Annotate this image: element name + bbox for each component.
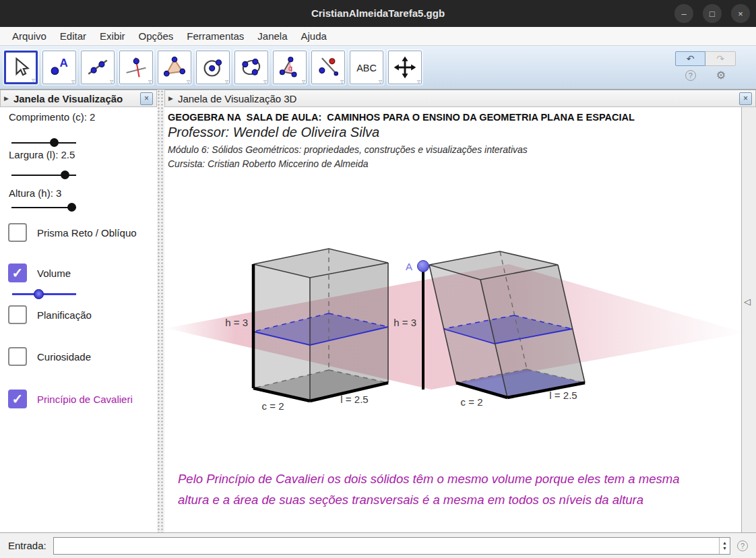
slider-label-comprimento: Comprimento (c): 2 [9,111,95,123]
spinner-down-icon[interactable]: ▼ [722,546,727,551]
menu-editar[interactable]: Editar [53,28,93,44]
tool-dropdown-icon[interactable]: ▿ [417,78,420,85]
spinner-up-icon[interactable]: ▲ [722,540,727,546]
tool-dropdown-icon[interactable]: ▿ [32,76,35,84]
slider-knob[interactable] [61,170,69,179]
move-view-icon [393,56,416,79]
view3d-panel: ▶ Janela de Visualização 3D × [164,90,756,532]
circle-tool-button[interactable]: ▿ [196,51,230,84]
move-cursor-icon [9,56,32,79]
left-panel: ▶ Janela de Visualização × Comprimento (… [0,90,157,532]
help-icon[interactable]: ? [685,70,696,81]
label-left-l: l = 2.5 [340,394,368,405]
angle-icon: α [278,56,301,79]
slider-knob[interactable] [50,138,59,147]
move-tool-button[interactable]: ▿ [4,51,38,84]
right-prism [253,249,388,401]
tool-dropdown-icon[interactable]: ▿ [263,78,267,85]
maximize-button[interactable]: □ [703,4,722,23]
volume-slider[interactable] [12,289,76,299]
checkbox-box-checked[interactable]: ✓ [8,390,27,408]
menu-ajuda[interactable]: Ajuda [294,28,334,44]
window-title: CristianAlmeidaTarefa5.ggb [0,0,756,27]
menu-janela[interactable]: Janela [251,28,294,44]
largura-slider[interactable] [11,170,76,179]
line-icon [86,56,109,79]
heading-modulo: Módulo 6: Sólidos Geométricos: proprieda… [168,144,635,155]
angle-tool-button[interactable]: α ▿ [273,51,307,84]
left-panel-title: Janela de Visualização [13,93,135,104]
checkbox-curiosidade[interactable]: Curiosidade [8,347,91,366]
close-button[interactable]: × [731,4,750,23]
view3d-title: Janela de Visualização 3D [178,93,734,104]
checkbox-label: Prisma Reto / Oblíquo [37,227,137,239]
point-a[interactable] [418,261,429,272]
checkbox-prisma[interactable]: Prisma Reto / Oblíquo [8,223,137,242]
gear-icon[interactable]: ⚙ [716,69,726,82]
checkbox-cavalieri[interactable]: ✓ Princípio de Cavalieri [8,390,133,408]
text-tool-button[interactable]: ABC ▿ [350,51,383,84]
reflect-tool-button[interactable]: ▿ [311,51,345,84]
line-tool-button[interactable]: ▿ [81,51,115,84]
checkbox-box[interactable] [8,347,27,366]
toolbar: ▿ A ▿ ▿ [0,46,756,90]
menu-ferramentas[interactable]: Ferramentas [180,28,251,44]
svg-text:α: α [288,65,292,72]
altura-slider[interactable] [11,203,76,212]
panel-expander-icon[interactable]: ◁ [744,297,751,307]
perpendicular-line-tool-button[interactable]: ▿ [119,51,153,84]
slider-track [11,207,76,209]
app-window: CristianAlmeidaTarefa5.ggb – □ × Arquivo… [0,0,756,558]
view3d-canvas[interactable]: h = 3 c = 2 l = 2.5 h = 3 c = 2 l = 2.5 … [164,107,741,532]
tool-dropdown-icon[interactable]: ▿ [379,78,382,85]
checkbox-label: Planificação [37,309,92,321]
slider-knob[interactable] [34,289,44,299]
checkbox-label: Volume [37,268,71,279]
redo-button[interactable]: ↷ [705,51,736,66]
checkbox-box[interactable] [8,305,27,324]
comprimento-slider[interactable] [11,138,76,147]
label-left-height: h = 3 [225,317,248,328]
toolbar-mini-icons: ? ⚙ [675,69,736,82]
checkbox-label: Princípio de Cavalieri [37,394,133,405]
reflect-icon [317,56,340,79]
left-panel-close-icon[interactable]: × [140,92,153,105]
perpendicular-line-icon [125,56,148,79]
input-spinner[interactable]: ▲ ▼ [719,538,730,554]
menu-exibir[interactable]: Exibir [93,28,132,44]
collapse-arrow-icon[interactable]: ▶ [168,95,173,102]
point-tool-button[interactable]: A ▿ [42,51,76,84]
main-content: ▶ Janela de Visualização × Comprimento (… [0,90,756,532]
tool-dropdown-icon[interactable]: ▿ [187,78,190,85]
checkbox-volume[interactable]: ✓ Volume [8,264,71,282]
checkbox-box[interactable] [8,223,27,242]
tool-dropdown-icon[interactable]: ▿ [225,78,228,85]
slider-track [12,293,76,295]
checkbox-planificacao[interactable]: Planificação [8,305,92,324]
tool-dropdown-icon[interactable]: ▿ [340,78,344,85]
minimize-button[interactable]: – [674,4,693,23]
tool-dropdown-icon[interactable]: ▿ [110,78,113,85]
menu-opcoes[interactable]: Opções [132,28,181,44]
tool-dropdown-icon[interactable]: ▿ [148,78,152,85]
tool-dropdown-icon[interactable]: ▿ [302,78,305,85]
slider-knob[interactable] [67,203,76,212]
view3d-header: ▶ Janela de Visualização 3D × [164,90,756,107]
polygon-tool-button[interactable]: ▿ [158,51,191,84]
menu-arquivo[interactable]: Arquivo [5,28,53,44]
slider-label-altura: Altura (h): 3 [9,187,61,199]
label-right-height: h = 3 [393,317,416,328]
conic-tool-button[interactable]: ▿ [234,51,268,84]
view3d-body: h = 3 c = 2 l = 2.5 h = 3 c = 2 l = 2.5 … [164,107,756,532]
undo-button[interactable]: ↶ [675,51,705,66]
label-point-a: A [406,261,412,272]
entrada-input[interactable] [54,538,719,554]
heading-professor: Professor: Wendel de Oliveira Silva [168,125,635,140]
move-view-tool-button[interactable]: ▿ [388,51,422,84]
collapse-arrow-icon[interactable]: ▶ [4,95,9,102]
checkbox-box-checked[interactable]: ✓ [8,264,27,282]
tool-dropdown-icon[interactable]: ▿ [71,78,75,85]
view3d-close-icon[interactable]: × [739,92,752,105]
input-help-icon[interactable]: ? [737,540,748,551]
panel-splitter[interactable] [157,90,164,532]
